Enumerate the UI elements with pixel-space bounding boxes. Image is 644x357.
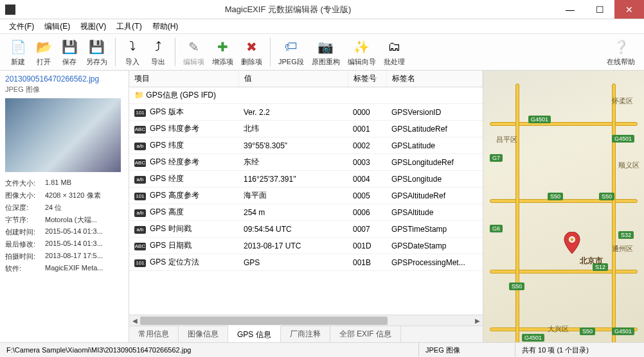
export-icon: ⤴ [149,38,167,56]
type-badge: 101 [134,109,146,117]
meta-val: 4208 × 3120 像素 [45,191,123,200]
toolbar-separator [270,38,271,66]
table-row[interactable]: a/bGPS 高度254 m0006GPSAltitude [129,204,483,221]
minimize-button[interactable]: — [555,0,585,19]
deleteitem-button[interactable]: ✖删除项 [237,37,266,68]
type-badge: a/b [134,226,146,234]
road-badge: S50 [548,193,563,200]
menu-view[interactable]: 视图(V) [75,20,111,33]
new-icon: 📄 [9,38,27,56]
col-value[interactable]: 值 [238,71,348,87]
camera-icon: 📷 [317,38,335,56]
road-badge: S50 [509,283,524,290]
edititem-button[interactable]: ✎编辑项 [179,37,208,68]
import-button[interactable]: ⤵导入 [120,37,145,68]
tag-icon: 🏷 [282,38,300,56]
jpegseg-button[interactable]: 🏷JPEG段 [274,37,308,68]
maximize-button[interactable]: ☐ [585,0,614,19]
road-badge: S50 [580,327,595,335]
table-row[interactable]: ABCGPS 经度参考东经0003GPSLongitudeRef [129,154,483,171]
table-row[interactable]: a/bGPS 经度116°25'37.391"0004GPSLongitude [129,171,483,187]
window-controls: — ☐ ✕ [555,0,644,19]
wizard-icon: ✨ [353,38,371,56]
status-type: JPEG 图像 [419,343,515,357]
file-meta-list: 文件大小:1.81 MB 图像大小:4208 × 3120 像素 位深度:24 … [5,177,123,275]
road-badge: S32 [618,231,634,239]
wizard-button[interactable]: ✨编辑向导 [344,37,380,68]
map-road [612,83,616,343]
table-row[interactable]: 101GPS 高度参考海平面0005GPSAltitudeRef [129,187,483,204]
menu-tools[interactable]: 工具(T) [111,20,147,33]
map-marker-icon [564,232,580,256]
meta-val: 2015-05-14 01:3... [45,227,123,237]
titlebar: MagicEXIF 元数据编辑器 (专业版) — ☐ ✕ [0,0,644,19]
saveas-icon: 💾 [88,38,106,56]
export-button[interactable]: ⤴导出 [145,37,171,68]
meta-val: 2013-08-17 17:5... [45,252,123,261]
saveas-button[interactable]: 💾另存为 [82,37,111,68]
table-row[interactable]: ABCGPS 日期戳2013-08-17 UTC001DGPSDateStamp [129,238,483,254]
table-row[interactable]: 101GPS 定位方法GPS001BGPSProcessingMet... [129,254,483,271]
menu-file[interactable]: 文件(F) [4,20,39,33]
type-badge: 101 [134,193,146,200]
help-button[interactable]: ❔在线帮助 [603,37,639,68]
batch-button[interactable]: 🗂批处理 [380,37,409,68]
scroll-right-icon[interactable]: ▶ [472,315,483,326]
horizontal-scrollbar[interactable]: ◀ ▶ [129,315,483,326]
meta-val: MagicEXIF Meta... [45,264,123,274]
meta-key: 图像大小: [5,191,45,200]
status-count: 共有 10 项 (1 个目录) [515,343,644,357]
save-button[interactable]: 💾保存 [57,37,82,68]
additem-button[interactable]: ✚增添项 [208,37,237,68]
menubar: 文件(F) 编辑(E) 视图(V) 工具(T) 帮助(H) [0,19,644,33]
open-icon: 📂 [35,38,53,56]
rebuild-button[interactable]: 📷原图重构 [308,37,344,68]
tab-allexif[interactable]: 全部 EXIF 信息 [330,326,401,342]
exif-grid[interactable]: 项目 值 标签号 标签名 📁 GPS信息 (GPS IFD) 101GPS 版本… [129,71,483,315]
statusbar: F:\Camera Sample\Xiaomi\MI3\201309051647… [0,343,644,357]
thumbnail [5,98,121,172]
map-district: 怀柔区 [612,96,633,106]
tab-image[interactable]: 图像信息 [179,326,228,342]
app-icon [5,4,15,15]
scroll-left-icon[interactable]: ◀ [129,315,140,326]
tab-maker[interactable]: 厂商注释 [281,326,330,342]
map-panel[interactable]: G7 G4501 G6 S50 S50 S50 S12 S32 G4501 S5… [483,71,644,342]
tab-common[interactable]: 常用信息 [129,326,179,342]
meta-key: 字节序: [5,215,45,225]
col-tagname[interactable]: 标签名 [386,71,483,87]
scroll-thumb[interactable] [140,317,388,325]
table-row[interactable]: ABCGPS 纬度参考北纬0001GPSLatitudeRef [129,121,483,137]
delete-icon: ✖ [243,38,261,56]
type-badge: ABC [134,243,146,250]
open-button[interactable]: 📂打开 [31,37,57,68]
col-item[interactable]: 项目 [129,71,238,87]
tab-gps[interactable]: GPS 信息 [228,326,281,342]
menu-help[interactable]: 帮助(H) [147,20,184,33]
close-button[interactable]: ✕ [614,0,644,19]
meta-val: 24 位 [45,203,123,213]
file-type: JPEG 图像 [5,85,123,94]
map-city-label: 北京市 [580,256,603,266]
road-badge: G4501 [522,334,544,342]
col-tagid[interactable]: 标签号 [348,71,386,87]
status-path: F:\Camera Sample\Xiaomi\MI3\201309051647… [0,343,419,357]
toolbar: 📄新建 📂打开 💾保存 💾另存为 ⤵导入 ⤴导出 ✎编辑项 ✚增添项 ✖删除项 … [0,33,644,71]
table-row[interactable]: 101GPS 版本Ver. 2.20000GPSVersionID [129,104,483,121]
table-row[interactable]: a/bGPS 纬度39°55'8.305"0002GPSLatitude [129,137,483,154]
table-row[interactable]: a/bGPS 时间戳09:54:54 UTC0007GPSTimeStamp [129,221,483,238]
window-title: MagicEXIF 元数据编辑器 (专业版) [21,4,555,15]
meta-val: 1.81 MB [45,178,123,188]
map-district: 通州区 [612,244,633,254]
group-row[interactable]: 📁 GPS信息 (GPS IFD) [129,87,483,104]
help-icon: ❔ [612,38,630,56]
folder-icon: 📁 [134,91,144,100]
road-badge: G4501 [612,327,634,335]
new-button[interactable]: 📄新建 [5,37,31,68]
batch-icon: 🗂 [385,38,403,56]
menu-edit[interactable]: 编辑(E) [39,20,75,33]
meta-key: 文件大小: [5,178,45,188]
road-badge: G6 [490,225,503,232]
import-icon: ⤵ [123,38,141,56]
meta-val: 2015-05-14 01:3... [45,239,123,249]
